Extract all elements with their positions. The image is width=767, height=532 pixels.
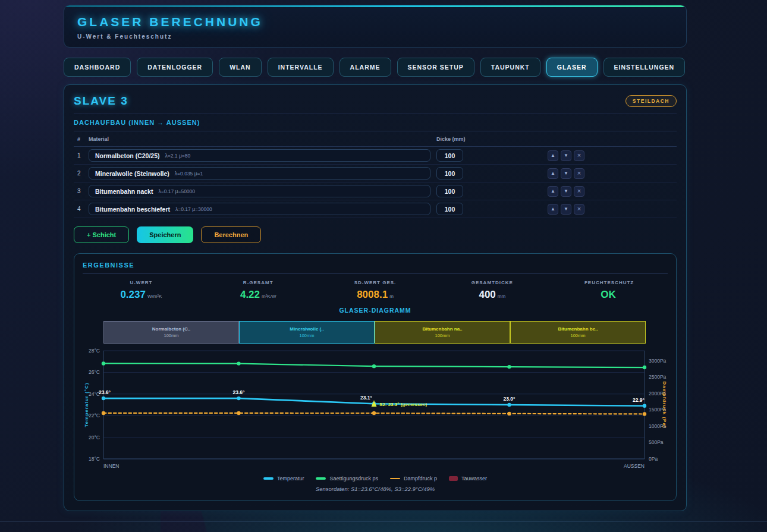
move-up-button[interactable]: ▲: [548, 204, 558, 215]
move-up-button[interactable]: ▲: [548, 168, 558, 179]
table-row: 4 Bitumenbahn beschiefert λ=0.17 μ=30000…: [74, 200, 677, 218]
material-spec: λ=0.17 μ=30000: [175, 206, 212, 212]
svg-text:23.0°: 23.0°: [504, 396, 516, 402]
material-select[interactable]: Mineralwolle (Steinwolle) λ=0.035 μ=1: [89, 167, 430, 180]
arrow-up-icon: ▲: [551, 189, 555, 194]
material-spec: λ=2.1 μ=80: [165, 153, 191, 159]
svg-text:22°C: 22°C: [89, 413, 100, 418]
svg-text:0Pa: 0Pa: [649, 456, 658, 462]
material-select[interactable]: Bitumenbahn beschiefert λ=0.17 μ=30000: [89, 203, 430, 215]
metrics-row: U-WERT 0.237W/m²K R-GESAMT 4.22m²K/W SD-…: [83, 280, 668, 301]
col-header-material: Material: [89, 136, 432, 142]
calculate-button[interactable]: Berechnen: [201, 226, 261, 243]
material-select[interactable]: Normalbeton (C20/25) λ=2.1 μ=80: [89, 149, 430, 162]
app-header: GLASER BERECHNUNG U-Wert & Feuchteschutz: [64, 5, 687, 48]
app-title: GLASER BERECHNUNG: [77, 15, 673, 29]
section-title-dachaufbau: DACHAUFBAU (INNEN → AUSSEN): [74, 119, 677, 131]
remove-layer-button[interactable]: ×: [574, 150, 584, 161]
condensate-box-swatch: [449, 476, 458, 481]
svg-text:2500Pa: 2500Pa: [649, 374, 667, 380]
layer-band: Mineralwolle (.. 100mm: [239, 321, 375, 344]
page-bottom-divider: [0, 521, 767, 522]
add-layer-button[interactable]: + Schicht: [74, 226, 129, 243]
remove-layer-button[interactable]: ×: [574, 204, 584, 215]
close-icon: ×: [577, 188, 581, 194]
app-subtitle: U-Wert & Feuchteschutz: [77, 33, 673, 40]
remove-layer-button[interactable]: ×: [574, 186, 584, 197]
row-index: 4: [74, 206, 89, 212]
svg-text:Temperatur (°C): Temperatur (°C): [84, 383, 89, 427]
layer-band: Bitumenbahn be.. 100mm: [510, 321, 646, 344]
arrow-up-icon: ▲: [551, 207, 555, 212]
close-icon: ×: [577, 152, 581, 159]
tab-intervalle[interactable]: INTERVALLE: [268, 58, 334, 77]
table-row: 2 Mineralwolle (Steinwolle) λ=0.035 μ=1 …: [74, 165, 677, 182]
glaser-chart: 28°C26°C24°C22°C20°C18°C3000Pa2500Pa2000…: [83, 345, 668, 474]
move-up-button[interactable]: ▲: [548, 186, 558, 197]
thickness-input[interactable]: [436, 149, 463, 162]
remove-layer-button[interactable]: ×: [574, 168, 584, 179]
material-spec: λ=0.035 μ=1: [175, 171, 203, 177]
svg-text:AUSSEN: AUSSEN: [624, 463, 645, 469]
move-down-button[interactable]: ▼: [561, 204, 571, 215]
material-name: Mineralwolle (Steinwolle): [95, 170, 169, 177]
svg-text:23.6°: 23.6°: [233, 389, 246, 395]
tab-wlan[interactable]: WLAN: [219, 58, 262, 77]
row-index: 3: [74, 188, 89, 194]
metric-u-wert: U-WERT 0.237W/m²K: [83, 280, 200, 301]
close-icon: ×: [577, 170, 581, 177]
move-down-button[interactable]: ▼: [561, 186, 571, 197]
tab-sensor-setup[interactable]: SENSOR SETUP: [397, 58, 474, 77]
thickness-input[interactable]: [436, 185, 463, 197]
svg-text:28°C: 28°C: [89, 348, 100, 354]
arrow-down-icon: ▼: [564, 207, 568, 212]
move-down-button[interactable]: ▼: [561, 168, 571, 179]
divider: [74, 114, 677, 114]
legend-item-temperatur: Temperatur: [263, 476, 304, 481]
saturation-line-swatch: [316, 477, 326, 480]
row-index: 1: [74, 152, 89, 159]
col-header-thickness: Dicke (mm): [436, 136, 504, 142]
svg-text:S2: 23.3° (gemessen): S2: 23.3° (gemessen): [379, 402, 427, 407]
legend-item-saettigungsdruck: Saettigungsdruck ps: [316, 476, 378, 481]
layer-bands: Normalbeton (C.. 100mm Mineralwolle (.. …: [103, 321, 646, 344]
close-icon: ×: [577, 206, 581, 212]
page-container: GLASER BERECHNUNG U-Wert & Feuchteschutz…: [64, 5, 687, 511]
roof-type-badge[interactable]: STEILDACH: [625, 95, 677, 107]
thickness-input[interactable]: [436, 203, 463, 215]
row-index: 2: [74, 170, 89, 177]
table-row: 3 Bitumenbahn nackt λ=0.17 μ=50000 ▲ ▼ ×: [74, 182, 677, 200]
material-name: Bitumenbahn beschiefert: [95, 206, 170, 213]
tab-datenlogger[interactable]: DATENLOGGER: [137, 58, 213, 77]
tab-dashboard[interactable]: DASHBOARD: [64, 58, 131, 77]
tab-glaser[interactable]: GLASER: [546, 58, 598, 77]
tab-einstellungen[interactable]: EINSTELLUNGEN: [603, 58, 686, 77]
svg-text:500Pa: 500Pa: [649, 439, 664, 445]
chart-legend: Temperatur Saettigungsdruck ps Dampfdruc…: [83, 476, 668, 481]
tab-alarme[interactable]: ALARME: [340, 58, 391, 77]
thickness-input[interactable]: [436, 167, 463, 180]
material-name: Bitumenbahn nackt: [95, 188, 153, 195]
page-title: SLAVE 3: [74, 95, 128, 108]
sensor-data-note: Sensordaten: S1=23.6°C/48%, S3=22.9°C/49…: [83, 486, 668, 492]
diagram-title: GLASER-DIAGRAMM: [83, 307, 668, 314]
svg-text:Dampfdruck (Pa): Dampfdruck (Pa): [662, 381, 667, 428]
results-title: ERGEBNISSE: [83, 262, 668, 274]
svg-text:23.6°: 23.6°: [99, 389, 111, 395]
tab-taupunkt[interactable]: TAUPUNKT: [480, 58, 540, 77]
slave-panel: SLAVE 3 STEILDACH DACHAUFBAU (INNEN → AU…: [64, 84, 687, 511]
arrow-down-icon: ▼: [564, 171, 568, 176]
layer-band: Normalbeton (C.. 100mm: [103, 321, 239, 344]
vapor-line-swatch: [390, 478, 400, 479]
svg-text:INNEN: INNEN: [103, 463, 119, 469]
svg-text:3000Pa: 3000Pa: [649, 358, 667, 364]
move-up-button[interactable]: ▲: [548, 150, 558, 161]
svg-text:26°C: 26°C: [89, 369, 100, 375]
save-button[interactable]: Speichern: [137, 226, 193, 243]
material-name: Normalbeton (C20/25): [95, 152, 160, 159]
arrow-down-icon: ▼: [564, 189, 568, 194]
material-select[interactable]: Bitumenbahn nackt λ=0.17 μ=50000: [89, 185, 430, 197]
move-down-button[interactable]: ▼: [561, 150, 571, 161]
arrow-down-icon: ▼: [564, 153, 568, 158]
svg-text:20°C: 20°C: [89, 435, 100, 440]
